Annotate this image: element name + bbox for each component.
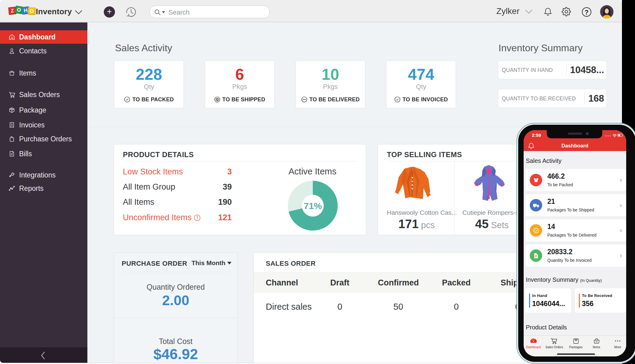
svg-text:71%: 71% [304,201,322,211]
